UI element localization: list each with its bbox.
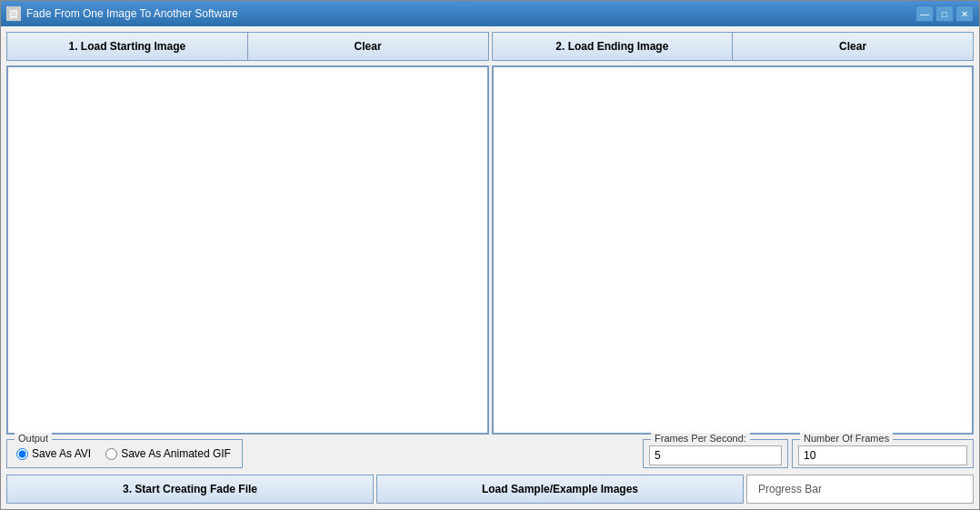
top-toolbar: 1. Load Starting Image Clear 2. Load End… [6,32,974,61]
frames-legend: Number Of Frames [800,433,893,444]
top-buttons-right: 2. Load Ending Image Clear [492,32,975,61]
output-group: Output Save As AVI Save As Animated GIF [6,439,243,468]
output-legend: Output [15,433,52,444]
app-icon: 🖼 [6,6,21,21]
main-content: 1. Load Starting Image Clear 2. Load End… [1,26,979,509]
title-bar-left: 🖼 Fade From One Image To Another Softwar… [6,6,238,21]
frames-input[interactable] [798,445,967,465]
save-as-gif-option[interactable]: Save As Animated GIF [105,447,231,460]
bottom-controls: Output Save As AVI Save As Animated GIF … [6,439,974,468]
close-button[interactable]: ✕ [955,5,974,22]
load-starting-image-button[interactable]: 1. Load Starting Image [7,33,248,60]
maximize-button[interactable]: □ [935,5,954,22]
fps-group: Frames Per Second: [643,439,788,468]
frames-group: Number Of Frames [792,439,974,468]
save-as-avi-label: Save As AVI [32,447,91,460]
clear-left-button[interactable]: Clear [248,33,488,60]
title-bar: 🖼 Fade From One Image To Another Softwar… [1,1,979,26]
save-as-avi-option[interactable]: Save As AVI [16,447,91,460]
top-buttons-left: 1. Load Starting Image Clear [6,32,489,61]
window-title: Fade From One Image To Another Software [26,7,238,20]
spacer [246,439,639,468]
image-panels [6,65,974,435]
fps-legend: Frames Per Second: [651,433,750,444]
progress-bar: Progress Bar [746,475,974,504]
action-buttons-row: 3. Start Creating Fade File Load Sample/… [6,475,974,504]
clear-right-button[interactable]: Clear [733,33,973,60]
fps-input[interactable] [649,445,782,465]
main-window: 🖼 Fade From One Image To Another Softwar… [0,0,980,510]
start-creating-button[interactable]: 3. Start Creating Fade File [6,475,374,504]
save-as-gif-label: Save As Animated GIF [121,447,231,460]
starting-image-panel [6,65,489,435]
load-sample-button[interactable]: Load Sample/Example Images [376,475,744,504]
save-as-avi-radio[interactable] [16,448,28,460]
ending-image-panel [492,65,975,435]
load-ending-image-button[interactable]: 2. Load Ending Image [493,33,734,60]
minimize-button[interactable]: — [915,5,934,22]
save-as-gif-radio[interactable] [105,448,117,460]
window-controls: — □ ✕ [915,5,974,22]
